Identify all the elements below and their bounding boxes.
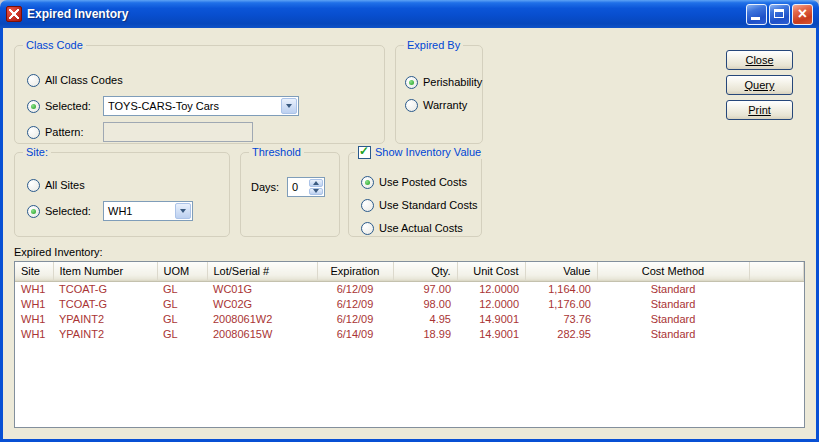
window-title: Expired Inventory (27, 7, 746, 21)
site-group-title: Site: (23, 145, 51, 159)
table-cell: 14.9001 (457, 326, 525, 341)
all-sites-radio[interactable]: All Sites (27, 178, 85, 192)
maximize-icon[interactable] (769, 4, 790, 25)
expired-inventory-window: Expired Inventory Class Code All Class C… (0, 0, 819, 442)
use-standard-costs-radio[interactable]: Use Standard Costs (361, 198, 477, 212)
column-header[interactable]: UOM (157, 262, 207, 281)
column-header[interactable]: Unit Cost (457, 262, 525, 281)
table-cell: Standard (597, 326, 749, 341)
selected-class-radio[interactable]: Selected: (27, 99, 91, 113)
selected-site-label: Selected: (45, 205, 91, 217)
table-cell: TCOAT-G (53, 281, 157, 296)
table-cell-filler (749, 326, 804, 341)
query-button[interactable]: Query (726, 75, 793, 95)
inventory-table: SiteItem NumberUOMLot/Serial #Expiration… (15, 262, 804, 341)
expired-by-group-title: Expired By (404, 38, 463, 52)
class-code-combobox-value: TOYS-CARS-Toy Cars (104, 97, 280, 115)
arrow-up-icon (313, 181, 319, 185)
table-header-row: SiteItem NumberUOMLot/Serial #Expiration… (15, 262, 804, 281)
use-posted-costs-radio[interactable]: Use Posted Costs (361, 175, 467, 189)
expired-inventory-table: SiteItem NumberUOMLot/Serial #Expiration… (14, 261, 805, 428)
pattern-input[interactable] (103, 122, 253, 142)
table-row[interactable]: WH1YPAINT2GL20080615W6/14/0918.9914.9001… (15, 326, 804, 341)
table-cell: GL (157, 311, 207, 326)
perishability-radio[interactable]: Perishability (405, 75, 482, 89)
chevron-down-icon (180, 209, 186, 213)
table-cell: GL (157, 326, 207, 341)
radio-circle-icon (27, 179, 40, 192)
column-header[interactable]: Cost Method (597, 262, 749, 281)
arrow-down-icon (313, 189, 319, 193)
table-body: WH1TCOAT-GGLWC01G6/12/0997.0012.00001,16… (15, 281, 804, 341)
table-row[interactable]: WH1TCOAT-GGLWC02G6/12/0998.0012.00001,17… (15, 296, 804, 311)
column-header[interactable]: Qty. (393, 262, 457, 281)
site-combobox-value: WH1 (104, 202, 174, 220)
table-cell: 14.9001 (457, 311, 525, 326)
table-cell: 98.00 (393, 296, 457, 311)
threshold-group: Threshold Days: 0 (240, 152, 340, 237)
table-cell: 20080615W (207, 326, 317, 341)
radio-circle-icon (27, 100, 40, 113)
app-icon[interactable] (6, 6, 22, 22)
table-cell: Standard (597, 296, 749, 311)
table-row[interactable]: WH1YPAINT2GL2008061W26/12/094.9514.90017… (15, 311, 804, 326)
table-cell: 6/12/09 (317, 296, 393, 311)
radio-circle-icon (27, 126, 40, 139)
use-actual-costs-label: Use Actual Costs (379, 222, 463, 234)
title-bar[interactable]: Expired Inventory (0, 0, 819, 28)
table-cell: WH1 (15, 311, 53, 326)
class-code-combobox[interactable]: TOYS-CARS-Toy Cars (103, 96, 299, 116)
class-code-group-title: Class Code (23, 38, 86, 52)
table-cell: Standard (597, 281, 749, 296)
dialog-body: Class Code All Class Codes Selected: TOY… (0, 28, 819, 442)
threshold-group-title: Threshold (249, 145, 304, 159)
all-sites-label: All Sites (45, 179, 85, 191)
table-cell: YPAINT2 (53, 311, 157, 326)
table-cell: 97.00 (393, 281, 457, 296)
all-class-codes-radio[interactable]: All Class Codes (27, 73, 123, 87)
show-inventory-value-title: Show Inventory Value (375, 145, 481, 159)
close-button[interactable]: Close (726, 50, 793, 70)
site-combobox[interactable]: WH1 (103, 201, 193, 221)
warranty-radio[interactable]: Warranty (405, 98, 467, 112)
column-header[interactable]: Site (15, 262, 53, 281)
table-cell: 1,176.00 (525, 296, 597, 311)
table-cell-filler (749, 311, 804, 326)
table-cell: WH1 (15, 326, 53, 341)
close-icon[interactable] (792, 4, 813, 25)
site-group: Site: All Sites Selected: WH1 (14, 152, 230, 237)
column-header[interactable]: Value (525, 262, 597, 281)
table-cell: 12.0000 (457, 281, 525, 296)
spinner-buttons (309, 179, 323, 195)
table-cell: GL (157, 281, 207, 296)
column-header[interactable]: Expiration (317, 262, 393, 281)
show-inventory-value-checkbox[interactable]: Show Inventory Value (355, 145, 484, 159)
radio-circle-icon (361, 199, 374, 212)
site-combobox-arrow-button[interactable] (175, 203, 191, 219)
days-spinbox[interactable]: 0 (287, 177, 325, 197)
chevron-down-icon (286, 104, 292, 108)
table-cell: 6/12/09 (317, 281, 393, 296)
class-code-combobox-arrow-button[interactable] (281, 98, 297, 114)
radio-circle-icon (361, 176, 374, 189)
radio-circle-icon (405, 76, 418, 89)
table-cell: 1,164.00 (525, 281, 597, 296)
table-cell-filler (749, 281, 804, 296)
pattern-radio[interactable]: Pattern: (27, 125, 84, 139)
table-cell: 282.95 (525, 326, 597, 341)
table-row[interactable]: WH1TCOAT-GGLWC01G6/12/0997.0012.00001,16… (15, 281, 804, 296)
table-cell: YPAINT2 (53, 326, 157, 341)
column-header[interactable]: Lot/Serial # (207, 262, 317, 281)
use-actual-costs-radio[interactable]: Use Actual Costs (361, 221, 463, 235)
selected-site-radio[interactable]: Selected: (27, 204, 91, 218)
spin-down-button[interactable] (309, 188, 323, 196)
checkbox-icon (358, 146, 371, 159)
column-header[interactable]: Item Number (53, 262, 157, 281)
minimize-icon[interactable] (746, 4, 767, 25)
radio-circle-icon (27, 205, 40, 218)
table-cell: 73.76 (525, 311, 597, 326)
days-value: 0 (292, 180, 298, 194)
print-button[interactable]: Print (726, 100, 793, 120)
use-posted-costs-label: Use Posted Costs (379, 176, 467, 188)
spin-up-button[interactable] (309, 179, 323, 187)
